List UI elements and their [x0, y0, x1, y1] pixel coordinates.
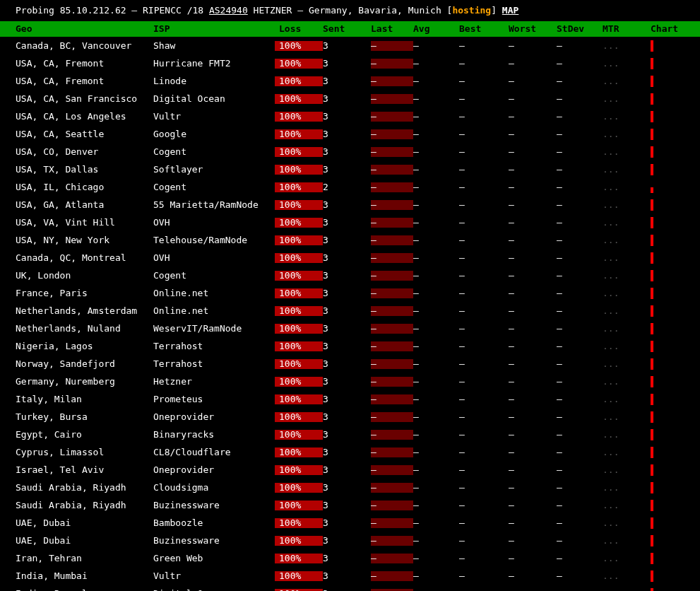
cell-isp: Cloudsigma: [153, 483, 275, 493]
col-best[interactable]: Best: [459, 24, 509, 34]
cell-chart[interactable]: [651, 444, 686, 460]
cell-chart[interactable]: [651, 144, 686, 160]
col-worst[interactable]: Worst: [509, 24, 557, 34]
cell-chart[interactable]: [651, 197, 686, 213]
cell-best: –: [459, 76, 509, 86]
cell-chart[interactable]: [651, 550, 686, 566]
cell-chart[interactable]: [651, 479, 686, 496]
cell-mtr-link[interactable]: ...: [603, 554, 651, 563]
col-chart[interactable]: Chart: [651, 24, 686, 34]
cell-mtr-link[interactable]: ...: [603, 253, 651, 263]
cell-mtr-link[interactable]: ...: [603, 341, 651, 351]
cell-chart[interactable]: [651, 214, 686, 230]
chart-bar-icon: [651, 500, 653, 511]
col-stdev[interactable]: StDev: [557, 24, 603, 34]
cell-stdev: –: [557, 253, 603, 263]
cell-chart[interactable]: [651, 303, 686, 319]
cell-mtr-link[interactable]: ...: [603, 501, 651, 510]
cell-chart[interactable]: [651, 356, 686, 372]
cell-mtr-link[interactable]: ...: [603, 447, 651, 457]
cell-mtr-link[interactable]: ...: [603, 359, 651, 369]
col-sent[interactable]: Sent: [323, 24, 371, 34]
map-link[interactable]: MAP: [502, 5, 518, 16]
cell-chart[interactable]: [651, 285, 686, 301]
cell-chart[interactable]: [651, 338, 686, 354]
cell-isp: Linode: [153, 76, 275, 86]
col-isp[interactable]: ISP: [153, 24, 275, 34]
cell-last: –: [371, 554, 413, 563]
cell-sent: 3: [323, 200, 371, 210]
cell-chart[interactable]: [651, 108, 686, 124]
cell-mtr-link[interactable]: ...: [603, 288, 651, 298]
cell-mtr-link[interactable]: ...: [603, 465, 651, 475]
cell-mtr-link[interactable]: ...: [603, 218, 651, 228]
cell-mtr-link[interactable]: ...: [603, 112, 651, 122]
cell-mtr-link[interactable]: ...: [603, 589, 651, 591]
cell-chart[interactable]: [651, 497, 686, 513]
cell-mtr-link[interactable]: ...: [603, 518, 651, 528]
cell-chart[interactable]: [651, 532, 686, 549]
cell-best: –: [459, 200, 509, 210]
cell-chart[interactable]: [651, 55, 686, 71]
cell-worst: –: [509, 218, 557, 228]
cell-geo: USA, CA, Seattle: [0, 129, 153, 139]
cell-chart[interactable]: [651, 391, 686, 407]
table-row: UAE, DubaiBamboozle100%3–––––...: [0, 514, 700, 532]
cell-mtr-link[interactable]: ...: [603, 306, 651, 316]
cell-mtr-link[interactable]: ...: [603, 165, 651, 175]
cell-mtr-link[interactable]: ...: [603, 235, 651, 245]
cell-mtr-link[interactable]: ...: [603, 129, 651, 139]
col-loss[interactable]: Loss: [275, 24, 323, 34]
col-last[interactable]: Last: [371, 24, 413, 34]
cell-isp: Green Web: [153, 554, 275, 563]
cell-mtr-link[interactable]: ...: [603, 571, 651, 581]
cell-mtr-link[interactable]: ...: [603, 41, 651, 51]
cell-chart[interactable]: [651, 267, 686, 283]
cell-mtr-link[interactable]: ...: [603, 271, 651, 281]
cell-mtr-link[interactable]: ...: [603, 200, 651, 210]
cell-chart[interactable]: [651, 73, 686, 89]
cell-chart[interactable]: [651, 409, 686, 425]
cell-chart[interactable]: [651, 37, 686, 54]
cell-chart[interactable]: [651, 426, 686, 443]
cell-mtr-link[interactable]: ...: [603, 76, 651, 86]
cell-chart[interactable]: [651, 90, 686, 107]
cell-worst: –: [509, 465, 557, 475]
cell-worst: –: [509, 271, 557, 281]
cell-chart[interactable]: [651, 320, 686, 337]
cell-mtr-link[interactable]: ...: [603, 324, 651, 334]
cell-mtr-link[interactable]: ...: [603, 394, 651, 404]
cell-mtr-link[interactable]: ...: [603, 377, 651, 387]
asn-link[interactable]: AS24940: [209, 5, 248, 16]
cell-chart[interactable]: [651, 515, 686, 531]
cell-mtr-link[interactable]: ...: [603, 536, 651, 546]
cell-mtr-link[interactable]: ...: [603, 59, 651, 69]
col-avg[interactable]: Avg: [413, 24, 459, 34]
cell-best: –: [459, 165, 509, 175]
cell-chart[interactable]: [651, 373, 686, 390]
cell-isp: Cogent: [153, 147, 275, 157]
cell-mtr-link[interactable]: ...: [603, 147, 651, 157]
cidr: /18: [182, 5, 209, 16]
cell-last: –: [371, 430, 413, 440]
cell-mtr-link[interactable]: ...: [603, 483, 651, 493]
cell-mtr-link[interactable]: ...: [603, 94, 651, 104]
cell-best: –: [459, 129, 509, 139]
cell-chart[interactable]: [651, 585, 686, 591]
table-row: USA, CA, FremontLinode100%3–––––...: [0, 72, 700, 90]
cell-chart[interactable]: [651, 161, 686, 177]
cell-chart[interactable]: [651, 462, 686, 478]
cell-chart[interactable]: [651, 179, 686, 195]
cell-last: –: [371, 271, 413, 281]
cell-chart[interactable]: [651, 250, 686, 266]
cell-mtr-link[interactable]: ...: [603, 412, 651, 422]
cell-chart[interactable]: [651, 232, 686, 248]
cell-mtr-link[interactable]: ...: [603, 182, 651, 192]
cell-avg: –: [413, 41, 459, 51]
col-geo[interactable]: Geo: [0, 24, 153, 34]
cell-chart[interactable]: [651, 568, 686, 584]
cell-chart[interactable]: [651, 126, 686, 142]
col-mtr[interactable]: MTR: [603, 24, 651, 34]
cell-isp: Oneprovider: [153, 412, 275, 422]
cell-mtr-link[interactable]: ...: [603, 430, 651, 440]
